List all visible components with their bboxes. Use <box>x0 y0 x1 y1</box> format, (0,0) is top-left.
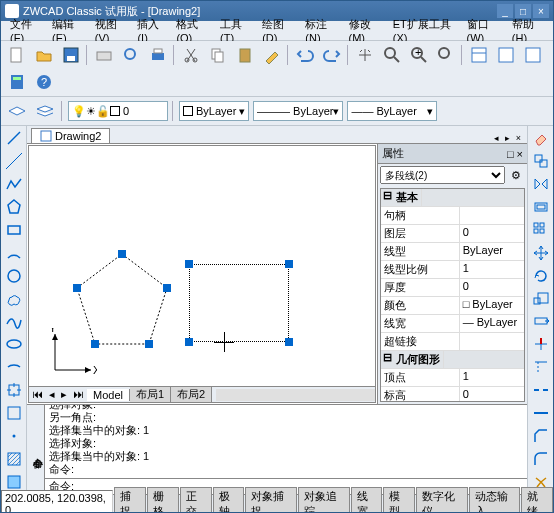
status-toggle[interactable]: 数字化仪 <box>416 487 468 514</box>
cut-icon[interactable] <box>179 43 203 67</box>
prop-row[interactable]: 颜色□ ByLayer <box>381 297 524 315</box>
prop-row[interactable]: 线宽— ByLayer <box>381 315 524 333</box>
tab-layout1[interactable]: 布局1 <box>130 387 171 402</box>
hatch-icon[interactable] <box>3 448 25 469</box>
status-toggle[interactable]: 对象捕捉 <box>245 487 297 514</box>
svg-line-27 <box>6 153 22 169</box>
fillet-icon[interactable] <box>530 448 552 469</box>
ellipsearc-icon[interactable] <box>3 357 25 378</box>
scale-icon[interactable] <box>530 288 552 309</box>
color-combo[interactable]: ByLayer▾ <box>179 101 249 121</box>
prop-row[interactable]: 标高0 <box>381 387 524 402</box>
join-icon[interactable] <box>530 403 552 424</box>
props-close-icon[interactable]: □ × <box>507 148 523 160</box>
move-icon[interactable] <box>530 242 552 263</box>
tab-layout2[interactable]: 布局2 <box>171 387 212 402</box>
polygon-icon[interactable] <box>3 197 25 218</box>
svg-rect-41 <box>535 155 542 162</box>
linetype-combo[interactable]: ——— ByLayer▾ <box>253 101 343 121</box>
zoom-icon[interactable] <box>380 43 404 67</box>
paste-icon[interactable] <box>233 43 257 67</box>
tab-model[interactable]: Model <box>87 389 130 401</box>
svg-rect-36 <box>41 131 51 141</box>
trim-icon[interactable] <box>530 334 552 355</box>
prop-row[interactable]: 线型比例1 <box>381 261 524 279</box>
extend-icon[interactable] <box>530 357 552 378</box>
ellipse-icon[interactable] <box>3 334 25 355</box>
spline-icon[interactable] <box>3 311 25 332</box>
stretch-icon[interactable] <box>530 311 552 332</box>
zoom-prev-icon[interactable] <box>434 43 458 67</box>
undo-icon[interactable] <box>293 43 317 67</box>
open-icon[interactable] <box>32 43 56 67</box>
block-icon[interactable] <box>3 403 25 424</box>
command-history[interactable]: 需要点或全部(ALL)/增添(A)/除去(R)/前次(P)/上次(L)/窗口(W… <box>45 405 527 478</box>
circle-icon[interactable] <box>3 265 25 286</box>
hscroll[interactable] <box>216 389 375 401</box>
prop-row[interactable]: 顶点1 <box>381 369 524 387</box>
props-selection-combo[interactable]: 多段线(2) <box>380 166 505 184</box>
layer-state-combo[interactable]: 💡☀🔓0 <box>68 101 168 121</box>
status-toggle[interactable]: 线宽 <box>351 487 383 514</box>
svg-point-8 <box>193 58 197 62</box>
erase-icon[interactable] <box>530 128 552 149</box>
tab-left-icon[interactable]: ◂ <box>492 133 501 143</box>
toolpal-icon[interactable] <box>521 43 545 67</box>
prop-row[interactable]: 线型ByLayer <box>381 243 524 261</box>
svg-point-12 <box>385 48 395 58</box>
svg-rect-44 <box>537 205 545 209</box>
designcenter-icon[interactable] <box>494 43 518 67</box>
point-icon[interactable] <box>3 425 25 446</box>
offset-icon[interactable] <box>530 197 552 218</box>
drawing-canvas[interactable]: YX <box>29 146 375 386</box>
copy2-icon[interactable] <box>530 151 552 172</box>
matchprop-icon[interactable] <box>260 43 284 67</box>
tab-right-icon[interactable]: ▸ <box>503 133 512 143</box>
status-toggle[interactable]: 模型 <box>383 487 415 514</box>
svg-text:+: + <box>415 46 421 58</box>
line-icon[interactable] <box>3 128 25 149</box>
svg-point-7 <box>185 58 189 62</box>
rect-icon[interactable] <box>3 220 25 241</box>
calc-icon[interactable] <box>5 70 29 94</box>
chamfer-icon[interactable] <box>530 425 552 446</box>
insert-icon[interactable] <box>3 380 25 401</box>
status-toggle[interactable]: 栅格 <box>147 487 179 514</box>
properties-icon[interactable] <box>467 43 491 67</box>
svg-rect-48 <box>540 229 544 233</box>
revcloud-icon[interactable] <box>3 288 25 309</box>
xline-icon[interactable] <box>3 151 25 172</box>
mirror-icon[interactable] <box>530 174 552 195</box>
status-toggle[interactable]: 对象追踪 <box>298 487 350 514</box>
prop-row[interactable]: 厚度0 <box>381 279 524 297</box>
status-toggle[interactable]: 捕捉 <box>114 487 146 514</box>
help-icon[interactable]: ? <box>32 70 56 94</box>
preview-icon[interactable] <box>119 43 143 67</box>
plot-icon[interactable] <box>92 43 116 67</box>
tab-drawing2[interactable]: Drawing2 <box>31 128 110 143</box>
quickselect-icon[interactable]: ⚙ <box>507 166 525 184</box>
status-toggle[interactable]: 正交 <box>180 487 212 514</box>
pan-icon[interactable] <box>353 43 377 67</box>
array-icon[interactable] <box>530 220 552 241</box>
layer1-icon[interactable] <box>5 99 29 123</box>
new-icon[interactable] <box>5 43 29 67</box>
redo-icon[interactable] <box>320 43 344 67</box>
arc-icon[interactable] <box>3 242 25 263</box>
rotate-icon[interactable] <box>530 265 552 286</box>
zoom-window-icon[interactable]: + <box>407 43 431 67</box>
tab-close-icon[interactable]: × <box>514 133 523 143</box>
layer2-icon[interactable] <box>33 99 57 123</box>
status-toggle[interactable]: 就绪 <box>521 487 553 514</box>
status-toggle[interactable]: 动态输入 <box>469 487 521 514</box>
print-icon[interactable] <box>146 43 170 67</box>
lineweight-combo[interactable]: —— ByLayer▾ <box>347 101 437 121</box>
prop-row[interactable]: 句柄 <box>381 207 524 225</box>
prop-row[interactable]: 超链接 <box>381 333 524 351</box>
save-icon[interactable] <box>59 43 83 67</box>
break-icon[interactable] <box>530 380 552 401</box>
copy-icon[interactable] <box>206 43 230 67</box>
pline-icon[interactable] <box>3 174 25 195</box>
prop-row[interactable]: 图层0 <box>381 225 524 243</box>
status-toggle[interactable]: 极轴 <box>213 487 245 514</box>
